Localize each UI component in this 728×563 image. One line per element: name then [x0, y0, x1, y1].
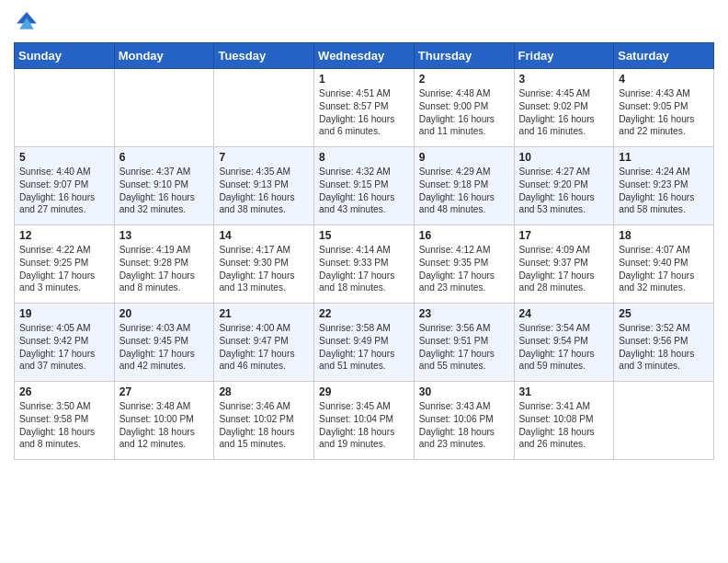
- day-info: Sunrise: 4:07 AM Sunset: 9:40 PM Dayligh…: [619, 244, 709, 294]
- day-info: Sunrise: 3:41 AM Sunset: 10:08 PM Daylig…: [519, 400, 609, 451]
- day-cell: 23Sunrise: 3:56 AM Sunset: 9:51 PM Dayli…: [414, 304, 514, 382]
- day-cell: 4Sunrise: 4:43 AM Sunset: 9:05 PM Daylig…: [614, 69, 714, 147]
- day-number: 1: [319, 73, 409, 86]
- day-number: 17: [519, 229, 609, 242]
- day-number: 14: [219, 229, 309, 242]
- day-cell: 17Sunrise: 4:09 AM Sunset: 9:37 PM Dayli…: [514, 225, 614, 304]
- day-info: Sunrise: 3:54 AM Sunset: 9:54 PM Dayligh…: [519, 322, 609, 373]
- day-number: 9: [419, 151, 509, 164]
- day-info: Sunrise: 3:52 AM Sunset: 9:56 PM Dayligh…: [619, 322, 709, 373]
- day-info: Sunrise: 3:45 AM Sunset: 10:04 PM Daylig…: [319, 400, 409, 451]
- day-cell: 27Sunrise: 3:48 AM Sunset: 10:00 PM Dayl…: [114, 382, 214, 460]
- day-cell: 9Sunrise: 4:29 AM Sunset: 9:18 PM Daylig…: [414, 147, 514, 225]
- day-info: Sunrise: 4:40 AM Sunset: 9:07 PM Dayligh…: [19, 166, 109, 216]
- day-cell: 1Sunrise: 4:51 AM Sunset: 8:57 PM Daylig…: [314, 69, 415, 147]
- day-number: 16: [419, 229, 509, 242]
- day-cell: 24Sunrise: 3:54 AM Sunset: 9:54 PM Dayli…: [514, 304, 614, 382]
- week-row-5: 26Sunrise: 3:50 AM Sunset: 9:58 PM Dayli…: [15, 382, 714, 460]
- day-info: Sunrise: 4:37 AM Sunset: 9:10 PM Dayligh…: [119, 166, 210, 216]
- day-cell: 15Sunrise: 4:14 AM Sunset: 9:33 PM Dayli…: [314, 225, 415, 304]
- day-number: 24: [519, 307, 609, 320]
- day-info: Sunrise: 4:35 AM Sunset: 9:13 PM Dayligh…: [219, 166, 309, 216]
- day-number: 25: [619, 307, 709, 320]
- day-cell: 25Sunrise: 3:52 AM Sunset: 9:56 PM Dayli…: [614, 304, 714, 382]
- day-info: Sunrise: 3:56 AM Sunset: 9:51 PM Dayligh…: [419, 322, 509, 373]
- day-info: Sunrise: 4:00 AM Sunset: 9:47 PM Dayligh…: [219, 322, 309, 373]
- day-number: 8: [319, 151, 409, 164]
- day-cell: [614, 382, 714, 460]
- day-number: 27: [119, 385, 210, 398]
- day-number: 19: [19, 307, 109, 320]
- day-cell: 6Sunrise: 4:37 AM Sunset: 9:10 PM Daylig…: [114, 147, 214, 225]
- day-cell: 28Sunrise: 3:46 AM Sunset: 10:02 PM Dayl…: [214, 382, 314, 460]
- col-header-sunday: Sunday: [15, 43, 115, 69]
- col-header-friday: Friday: [514, 43, 614, 69]
- day-number: 20: [119, 307, 210, 320]
- day-cell: 18Sunrise: 4:07 AM Sunset: 9:40 PM Dayli…: [614, 225, 714, 304]
- day-number: 6: [119, 151, 210, 164]
- calendar-table: SundayMondayTuesdayWednesdayThursdayFrid…: [14, 42, 714, 460]
- day-number: 11: [619, 151, 709, 164]
- day-info: Sunrise: 4:29 AM Sunset: 9:18 PM Dayligh…: [419, 166, 509, 216]
- day-info: Sunrise: 4:03 AM Sunset: 9:45 PM Dayligh…: [119, 322, 210, 373]
- day-cell: 30Sunrise: 3:43 AM Sunset: 10:06 PM Dayl…: [414, 382, 514, 460]
- day-cell: 16Sunrise: 4:12 AM Sunset: 9:35 PM Dayli…: [414, 225, 514, 304]
- day-number: 18: [619, 229, 709, 242]
- day-info: Sunrise: 4:14 AM Sunset: 9:33 PM Dayligh…: [319, 244, 409, 294]
- day-info: Sunrise: 3:43 AM Sunset: 10:06 PM Daylig…: [419, 400, 509, 451]
- day-cell: 21Sunrise: 4:00 AM Sunset: 9:47 PM Dayli…: [214, 304, 314, 382]
- col-header-monday: Monday: [114, 43, 214, 69]
- day-number: 2: [419, 73, 509, 86]
- day-cell: 29Sunrise: 3:45 AM Sunset: 10:04 PM Dayl…: [314, 382, 415, 460]
- day-number: 21: [219, 307, 309, 320]
- day-cell: 5Sunrise: 4:40 AM Sunset: 9:07 PM Daylig…: [15, 147, 115, 225]
- logo-icon: [14, 9, 40, 35]
- day-info: Sunrise: 4:19 AM Sunset: 9:28 PM Dayligh…: [119, 244, 210, 294]
- day-cell: 14Sunrise: 4:17 AM Sunset: 9:30 PM Dayli…: [214, 225, 314, 304]
- day-info: Sunrise: 3:48 AM Sunset: 10:00 PM Daylig…: [119, 400, 210, 451]
- day-number: 4: [619, 73, 709, 86]
- day-info: Sunrise: 4:12 AM Sunset: 9:35 PM Dayligh…: [419, 244, 509, 294]
- day-cell: 7Sunrise: 4:35 AM Sunset: 9:13 PM Daylig…: [214, 147, 314, 225]
- day-info: Sunrise: 4:17 AM Sunset: 9:30 PM Dayligh…: [219, 244, 309, 294]
- day-cell: [15, 69, 115, 147]
- day-number: 12: [19, 229, 109, 242]
- day-info: Sunrise: 4:45 AM Sunset: 9:02 PM Dayligh…: [519, 87, 609, 138]
- day-cell: [214, 69, 314, 147]
- day-info: Sunrise: 4:51 AM Sunset: 8:57 PM Dayligh…: [319, 87, 409, 138]
- day-number: 5: [19, 151, 109, 164]
- col-header-tuesday: Tuesday: [214, 43, 314, 69]
- day-cell: 8Sunrise: 4:32 AM Sunset: 9:15 PM Daylig…: [314, 147, 415, 225]
- day-info: Sunrise: 3:58 AM Sunset: 9:49 PM Dayligh…: [319, 322, 409, 373]
- page-header: [14, 9, 714, 35]
- col-header-thursday: Thursday: [414, 43, 514, 69]
- day-number: 15: [319, 229, 409, 242]
- day-number: 10: [519, 151, 609, 164]
- day-cell: 2Sunrise: 4:48 AM Sunset: 9:00 PM Daylig…: [414, 69, 514, 147]
- day-cell: 3Sunrise: 4:45 AM Sunset: 9:02 PM Daylig…: [514, 69, 614, 147]
- day-number: 23: [419, 307, 509, 320]
- day-info: Sunrise: 4:32 AM Sunset: 9:15 PM Dayligh…: [319, 166, 409, 216]
- day-cell: 19Sunrise: 4:05 AM Sunset: 9:42 PM Dayli…: [15, 304, 115, 382]
- day-cell: 31Sunrise: 3:41 AM Sunset: 10:08 PM Dayl…: [514, 382, 614, 460]
- day-cell: 26Sunrise: 3:50 AM Sunset: 9:58 PM Dayli…: [15, 382, 115, 460]
- day-number: 22: [319, 307, 409, 320]
- day-cell: 13Sunrise: 4:19 AM Sunset: 9:28 PM Dayli…: [114, 225, 214, 304]
- week-row-3: 12Sunrise: 4:22 AM Sunset: 9:25 PM Dayli…: [15, 225, 714, 304]
- day-number: 30: [419, 385, 509, 398]
- day-number: 7: [219, 151, 309, 164]
- day-info: Sunrise: 4:09 AM Sunset: 9:37 PM Dayligh…: [519, 244, 609, 294]
- day-info: Sunrise: 4:27 AM Sunset: 9:20 PM Dayligh…: [519, 166, 609, 216]
- day-info: Sunrise: 4:22 AM Sunset: 9:25 PM Dayligh…: [19, 244, 109, 294]
- week-row-4: 19Sunrise: 4:05 AM Sunset: 9:42 PM Dayli…: [15, 304, 714, 382]
- week-row-1: 1Sunrise: 4:51 AM Sunset: 8:57 PM Daylig…: [15, 69, 714, 147]
- day-number: 26: [19, 385, 109, 398]
- day-cell: [114, 69, 214, 147]
- day-cell: 11Sunrise: 4:24 AM Sunset: 9:23 PM Dayli…: [614, 147, 714, 225]
- day-info: Sunrise: 3:46 AM Sunset: 10:02 PM Daylig…: [219, 400, 309, 451]
- logo: [14, 9, 43, 35]
- col-header-saturday: Saturday: [614, 43, 714, 69]
- day-number: 28: [219, 385, 309, 398]
- day-number: 13: [119, 229, 210, 242]
- day-cell: 12Sunrise: 4:22 AM Sunset: 9:25 PM Dayli…: [15, 225, 115, 304]
